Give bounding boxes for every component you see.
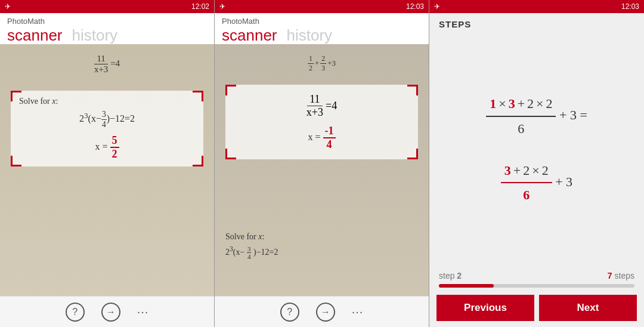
- step-equation-2: 3 + 2 × 2 6 + 3: [501, 159, 572, 207]
- p2-scan-num: 11: [307, 93, 322, 106]
- lower-equation-2: 23(x− 3 4 )−12=2: [225, 245, 418, 260]
- arrow-icon-2: →: [321, 307, 330, 317]
- equation-above-2: 1 2 + 2 3 +3: [215, 49, 429, 73]
- app-title-2: PhotoMath: [222, 17, 422, 26]
- camera-area-1: 11 x+3 =4 Solve for x: 23(x−34)−12=2 x =: [0, 44, 214, 296]
- status-time-2: 12:03: [406, 2, 424, 11]
- steps-nav-buttons: Previous Next: [429, 290, 644, 327]
- scan-corner-br-2: [407, 149, 418, 159]
- next-button-2[interactable]: →: [316, 303, 335, 322]
- scan-corner-bl-2: [225, 149, 236, 159]
- app-title-1: PhotoMath: [7, 17, 207, 26]
- eq1-denom: 6: [514, 117, 528, 141]
- nav-tabs-1: scanner history: [0, 27, 214, 44]
- tab-scanner-1[interactable]: scanner: [7, 27, 63, 44]
- scan-box-area-2: 11 x+3 =4 x = -1 4: [225, 85, 418, 159]
- next-button[interactable]: Next: [539, 295, 637, 321]
- below-scan-area-2: Solve for x: 23(x− 3 4 )−12=2: [215, 232, 429, 260]
- scan-corner-tr-1: [193, 91, 203, 101]
- previous-button[interactable]: Previous: [436, 295, 534, 321]
- result-den-2: 4: [327, 138, 332, 151]
- bottom-toolbar-1: ? → ···: [0, 296, 214, 327]
- nav-tabs-2: scanner history: [215, 27, 429, 44]
- scan-corner-bl-1: [11, 156, 21, 166]
- scan-box-area-1: Solve for x: 23(x−34)−12=2 x = 5 2: [11, 91, 203, 166]
- scan-corner-tl-2: [225, 85, 236, 95]
- question-icon-1: ?: [72, 307, 78, 317]
- solve-label-1: Solve for x:: [19, 97, 195, 106]
- step-current-label: step 2: [439, 271, 462, 280]
- equation-above-1: 11 x+3 =4: [0, 49, 214, 75]
- tab-history-1[interactable]: history: [72, 27, 118, 44]
- more-button-1[interactable]: ···: [137, 305, 149, 319]
- status-bar-2: ✈ 12:03: [215, 0, 429, 13]
- bottom-toolbar-2: ? → ···: [215, 296, 429, 327]
- result-numerator-1: 5: [110, 134, 119, 148]
- step-total-number: 7: [608, 271, 612, 280]
- step-equation-1: 1 × 3 + 2 × 2 6 + 3 =: [486, 92, 587, 140]
- result-2: x = -1 4: [234, 125, 410, 151]
- next-button-1[interactable]: →: [101, 303, 120, 322]
- paper-bg-1: 11 x+3 =4 Solve for x: 23(x−34)−12=2 x =: [0, 44, 214, 296]
- above-numerator-1: 11: [94, 54, 107, 64]
- status-bar-3: ✈ 12:03: [429, 0, 644, 13]
- progress-bar-bg: [439, 284, 634, 288]
- paper-bg-2: 1 2 + 2 3 +3: [215, 44, 429, 296]
- tab-history-2[interactable]: history: [287, 27, 333, 44]
- phone-panel-2: ✈ 12:03 PhotoMath scanner history 1 2 + …: [215, 0, 429, 327]
- step-total-label: 7 steps: [608, 271, 634, 280]
- eq2-suffix: + 3: [555, 174, 572, 189]
- steps-content: 1 × 3 + 2 × 2 6 + 3 = 3 + 2 ×: [429, 33, 644, 266]
- steps-progress-area: step 2 7 steps: [429, 266, 644, 290]
- plane-icon-3: ✈: [434, 2, 440, 11]
- scan-corner-tr-2: [407, 85, 418, 95]
- above-denominator-1: x+3: [94, 64, 108, 75]
- progress-bar-fill: [439, 284, 494, 288]
- above-equals-1: =4: [110, 58, 120, 68]
- question-icon-2: ?: [287, 307, 292, 317]
- scan-corner-tl-1: [11, 91, 21, 101]
- app-header-2: PhotoMath: [215, 13, 429, 27]
- eq1-suffix: + 3 =: [559, 107, 587, 122]
- main-equation-1: 23(x−34)−12=2: [19, 110, 195, 129]
- steps-header: STEPS: [429, 13, 644, 33]
- phone-panel-1: ✈ 12:02 PhotoMath scanner history 11 x+3…: [0, 0, 215, 327]
- scan-corner-br-1: [193, 156, 203, 166]
- eq2-denom: 6: [519, 183, 533, 207]
- plane-icon-2: ✈: [219, 2, 225, 11]
- result-1: x = 5 2: [19, 134, 195, 161]
- result-num-2: -1: [323, 125, 336, 138]
- arrow-icon-1: →: [106, 307, 116, 317]
- plane-icon-1: ✈: [5, 2, 11, 11]
- camera-area-2: 1 2 + 2 3 +3: [215, 44, 429, 296]
- status-time-1: 12:02: [191, 2, 209, 11]
- more-button-2[interactable]: ···: [352, 305, 364, 319]
- status-bar-1: ✈ 12:02: [0, 0, 214, 13]
- help-button-2[interactable]: ?: [280, 303, 299, 322]
- solve-label-2b: Solve for x:: [225, 232, 418, 242]
- steps-panel: ✈ 12:03 STEPS 1 × 3 + 2 × 2 6 + 3 =: [429, 0, 644, 327]
- tab-scanner-2[interactable]: scanner: [222, 27, 277, 44]
- result-denominator-1: 2: [112, 148, 117, 161]
- help-button-1[interactable]: ?: [66, 303, 85, 322]
- p2-scan-eq: =4: [326, 100, 337, 112]
- p2-scan-denom: x+3: [306, 106, 323, 119]
- app-header-1: PhotoMath: [0, 13, 214, 27]
- steps-title: STEPS: [439, 19, 634, 29]
- steps-word: steps: [615, 271, 634, 280]
- status-time-3: 12:03: [621, 2, 639, 11]
- progress-labels: step 2 7 steps: [439, 271, 634, 280]
- step-current-number: 2: [457, 271, 462, 280]
